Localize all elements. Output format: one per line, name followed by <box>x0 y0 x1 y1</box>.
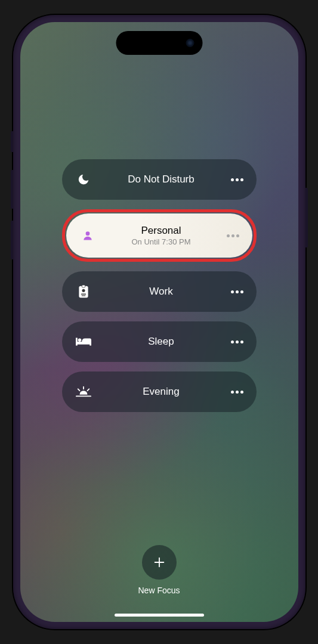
more-icon[interactable] <box>231 290 243 293</box>
focus-item-dnd[interactable]: Do Not Disturb <box>62 159 257 200</box>
more-icon[interactable] <box>231 340 243 343</box>
focus-mode-list: Do Not Disturb Personal On Until 7:30 PM <box>62 159 257 412</box>
focus-item-sleep[interactable]: Sleep <box>62 321 257 362</box>
volume-down-button <box>11 221 13 259</box>
front-camera <box>186 39 194 47</box>
focus-label-work: Work <box>75 286 248 298</box>
new-focus-button[interactable] <box>142 545 177 580</box>
more-icon[interactable] <box>231 391 243 394</box>
dynamic-island <box>116 31 202 55</box>
focus-label-personal: Personal <box>79 225 243 237</box>
highlight-box: Personal On Until 7:30 PM <box>62 209 257 262</box>
focus-label-dnd: Do Not Disturb <box>75 174 248 185</box>
focus-item-evening[interactable]: Evening <box>62 371 257 412</box>
new-focus-label: New Focus <box>138 586 180 595</box>
screen: Do Not Disturb Personal On Until 7:30 PM <box>20 22 298 622</box>
silent-switch <box>11 131 13 152</box>
power-button <box>305 188 308 247</box>
home-indicator[interactable] <box>115 614 204 617</box>
new-focus-section: New Focus <box>138 545 180 595</box>
focus-label-evening: Evening <box>75 386 248 398</box>
focus-item-work[interactable]: Work <box>62 271 257 312</box>
plus-icon <box>153 556 166 569</box>
volume-up-button <box>11 170 13 209</box>
phone-frame: Do Not Disturb Personal On Until 7:30 PM <box>13 15 305 629</box>
more-icon[interactable] <box>231 178 243 181</box>
focus-label-sleep: Sleep <box>75 336 248 348</box>
focus-item-personal[interactable]: Personal On Until 7:30 PM <box>66 213 252 258</box>
more-icon[interactable] <box>227 234 239 237</box>
focus-sublabel-personal: On Until 7:30 PM <box>79 237 243 246</box>
